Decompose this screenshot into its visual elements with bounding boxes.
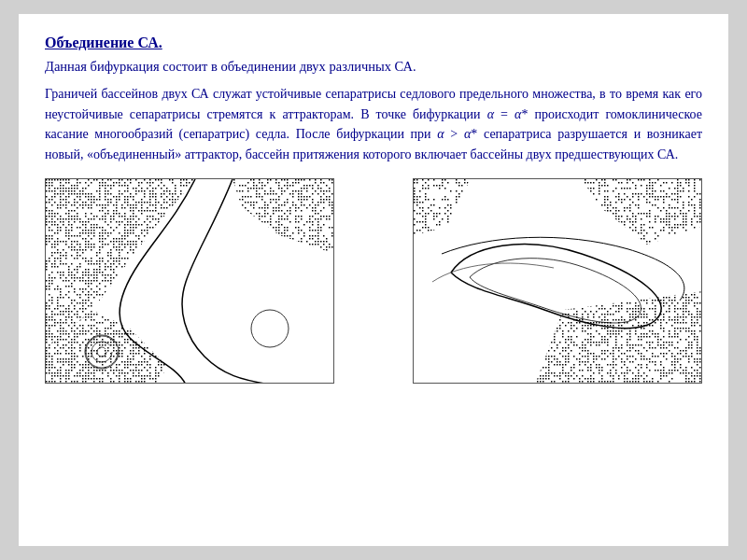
image-right — [413, 178, 702, 384]
slide-title: Объединение СА. — [45, 35, 702, 51]
slide: Объединение СА. Данная бифуркация состои… — [19, 14, 728, 546]
slide-body: Граничей бассейнов двух СА служат устойч… — [45, 84, 702, 165]
phase-portrait-right — [414, 179, 702, 384]
image-left — [45, 178, 334, 384]
phase-portrait-left — [46, 179, 334, 384]
images-row — [45, 178, 702, 529]
slide-subtitle: Данная бифуркация состоит в объединении … — [45, 59, 702, 75]
